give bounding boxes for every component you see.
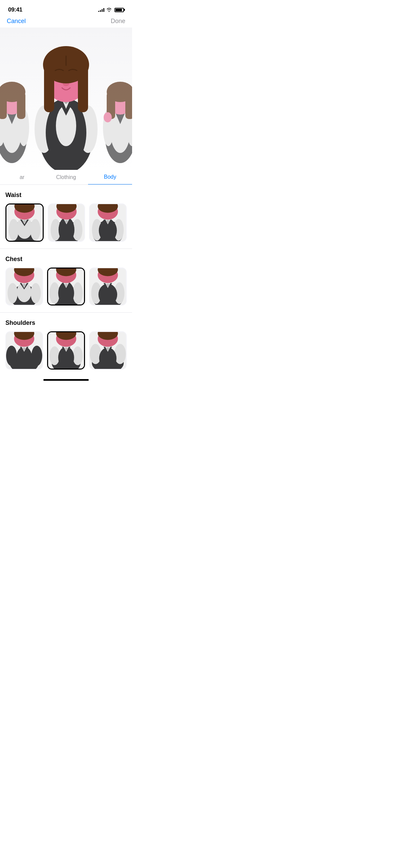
chest-option-1[interactable] <box>5 268 43 306</box>
tab-headwear[interactable]: ar <box>0 174 44 184</box>
svg-point-77 <box>106 220 109 223</box>
svg-point-87 <box>23 283 26 287</box>
svg-point-127 <box>65 348 68 351</box>
avatar-preview <box>0 27 132 170</box>
svg-point-49 <box>104 112 112 122</box>
chest-options <box>5 268 127 306</box>
svg-point-113 <box>31 346 42 366</box>
svg-point-123 <box>72 347 83 365</box>
svg-rect-48 <box>108 91 132 98</box>
svg-point-93 <box>72 282 83 304</box>
waist-option-3[interactable] <box>89 203 127 242</box>
shoulders-option-3[interactable] <box>89 331 127 370</box>
svg-point-57 <box>23 220 26 223</box>
svg-point-83 <box>31 283 41 303</box>
done-button[interactable]: Done <box>111 18 125 25</box>
status-icons <box>98 8 124 12</box>
avatar-right <box>102 61 132 163</box>
tab-body[interactable]: Body <box>88 174 132 185</box>
waist-option-1[interactable] <box>5 203 44 242</box>
waist-title: Waist <box>5 192 127 199</box>
svg-point-122 <box>49 347 60 365</box>
chest-option-2[interactable] <box>47 268 85 306</box>
chest-option-3[interactable] <box>89 268 127 306</box>
svg-rect-10 <box>0 91 24 98</box>
nav-bar: Cancel Done <box>0 15 132 27</box>
svg-point-67 <box>65 220 68 223</box>
svg-point-82 <box>7 283 18 303</box>
chest-section: Chest <box>0 249 132 313</box>
waist-options <box>5 203 127 242</box>
shoulders-title: Shoulders <box>5 319 127 327</box>
tab-bar: ar Clothing Body <box>0 170 132 185</box>
status-time: 09:41 <box>8 6 22 13</box>
chest-title: Chest <box>5 256 127 263</box>
svg-point-97 <box>65 283 68 287</box>
svg-point-107 <box>106 283 109 287</box>
tab-clothing[interactable]: Clothing <box>44 174 88 184</box>
shoulders-options <box>5 331 127 370</box>
svg-point-112 <box>6 346 17 366</box>
signal-icon <box>98 8 104 12</box>
svg-point-117 <box>23 348 26 351</box>
home-bar <box>43 379 89 381</box>
waist-option-2[interactable] <box>48 203 85 242</box>
avatar-center <box>25 31 107 170</box>
cancel-button[interactable]: Cancel <box>7 18 26 25</box>
home-indicator <box>0 376 132 383</box>
shoulders-option-2[interactable] <box>47 331 85 370</box>
status-bar: 09:41 <box>0 0 132 15</box>
waist-section: Waist <box>0 185 132 249</box>
shoulders-section: Shoulders <box>0 313 132 376</box>
svg-point-92 <box>49 282 60 304</box>
shoulders-option-1[interactable] <box>5 331 43 370</box>
svg-point-137 <box>106 348 109 351</box>
wifi-icon <box>106 8 112 12</box>
battery-icon <box>114 8 124 12</box>
